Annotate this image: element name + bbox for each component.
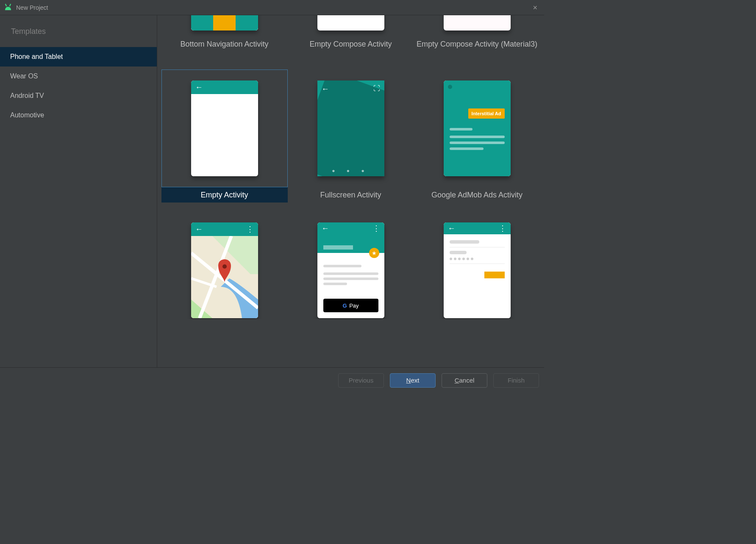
next-button[interactable]: Next	[390, 373, 436, 388]
template-login[interactable]: ←⋮	[414, 221, 540, 319]
window-title: New Project	[16, 4, 48, 11]
gpay-button: G Pay	[323, 299, 378, 312]
template-bottom-navigation[interactable]: Bottom Navigation Activity	[161, 15, 288, 51]
template-thumbnail: Interstitial Ad	[444, 80, 511, 176]
svg-point-11	[222, 264, 227, 269]
sidebar-item-label: Phone and Tablet	[10, 53, 63, 61]
back-arrow-icon: ←	[322, 85, 329, 94]
sidebar-item-label: Automotive	[10, 111, 44, 119]
template-thumbnail	[317, 15, 384, 31]
template-google-pay[interactable]: ←⋮ ★ G Pay	[288, 221, 414, 319]
sidebar-item-wear-os[interactable]: Wear OS	[0, 67, 157, 86]
back-arrow-icon: ←	[195, 225, 203, 234]
template-empty-activity[interactable]: ← Empty Activity	[161, 69, 288, 203]
star-icon: ★	[369, 248, 379, 258]
android-icon	[4, 5, 12, 10]
sidebar-item-phone-and-tablet[interactable]: Phone and Tablet	[0, 47, 157, 67]
template-thumbnail: ←⋮	[191, 222, 258, 318]
titlebar: New Project ×	[0, 0, 544, 15]
template-label: Empty Activity	[161, 187, 288, 203]
template-google-admob[interactable]: Interstitial Ad Google AdMob Ads Activit…	[414, 69, 540, 203]
more-icon: ⋮	[372, 224, 380, 233]
more-icon: ⋮	[246, 225, 254, 234]
fullscreen-icon: ⛶	[373, 85, 380, 92]
template-label: Empty Compose Activity	[309, 40, 392, 51]
template-thumbnail	[444, 15, 511, 31]
finish-button[interactable]: Finish	[493, 373, 539, 388]
template-label: Bottom Navigation Activity	[180, 40, 268, 51]
back-arrow-icon: ←	[322, 224, 329, 233]
sidebar-item-android-tv[interactable]: Android TV	[0, 86, 157, 105]
template-fullscreen[interactable]: ← ⛶ ● ● ● Fullscreen Activity	[288, 69, 414, 203]
template-thumbnail: ←	[191, 80, 258, 176]
template-thumbnail: ←⋮	[444, 222, 511, 318]
main-split: Templates Phone and Tablet Wear OS Andro…	[0, 15, 544, 367]
more-icon: ⋮	[499, 224, 506, 233]
template-thumbnail	[191, 15, 258, 31]
ad-button: Interstitial Ad	[468, 108, 505, 119]
template-thumbnail-holder: ←	[161, 69, 288, 187]
template-empty-compose-m3[interactable]: Empty Compose Activity (Material3)	[414, 15, 540, 51]
previous-button[interactable]: Previous	[338, 373, 384, 388]
template-label: Google AdMob Ads Activity	[414, 187, 540, 203]
template-label: Fullscreen Activity	[288, 187, 414, 203]
template-empty-compose[interactable]: Empty Compose Activity	[288, 15, 414, 51]
close-icon[interactable]: ×	[530, 4, 540, 11]
template-area: Bottom Navigation Activity Empty Compose…	[157, 15, 544, 367]
sidebar-item-label: Android TV	[10, 92, 44, 100]
sidebar-item-automotive[interactable]: Automotive	[0, 105, 157, 125]
sidebar-item-label: Wear OS	[10, 72, 38, 80]
sidebar-heading: Templates	[0, 27, 157, 47]
wizard-footer: Previous Next Cancel Finish	[0, 367, 544, 393]
cancel-button[interactable]: Cancel	[442, 373, 487, 388]
template-thumbnail: ←⋮ ★ G Pay	[317, 222, 384, 318]
template-google-maps[interactable]: ←⋮	[161, 221, 288, 319]
template-thumbnail: ← ⛶ ● ● ●	[317, 80, 384, 176]
back-arrow-icon: ←	[448, 224, 456, 233]
sidebar: Templates Phone and Tablet Wear OS Andro…	[0, 15, 157, 367]
template-label: Empty Compose Activity (Material3)	[417, 40, 537, 51]
back-arrow-icon: ←	[195, 83, 203, 92]
